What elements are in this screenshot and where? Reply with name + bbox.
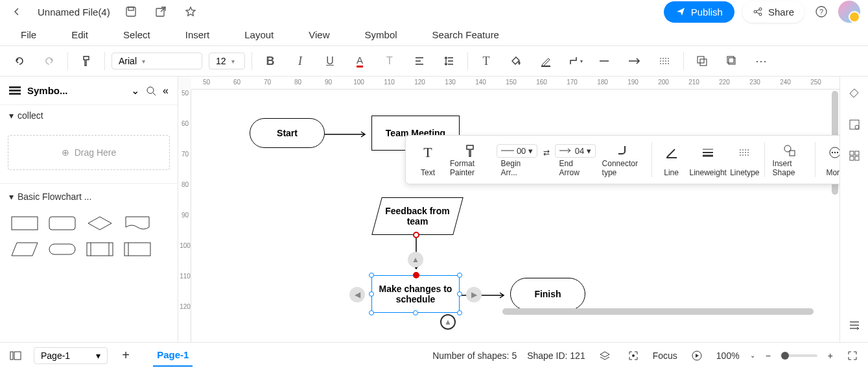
star-icon[interactable] [182, 3, 200, 21]
fullscreen-icon[interactable] [843, 347, 862, 365]
scrollbar-horizontal[interactable] [502, 308, 814, 315]
shape-para[interactable] [8, 238, 41, 260]
font-select[interactable]: Arial▾ [111, 53, 202, 69]
italic-button[interactable]: I [288, 49, 312, 73]
ctx-end-arrow[interactable]: 04▾End Arrow [554, 140, 597, 180]
nav-right[interactable]: ▶ [466, 287, 482, 302]
menu-edit[interactable]: Edit [71, 29, 88, 40]
add-page-button[interactable]: + [117, 347, 135, 365]
search-icon[interactable] [146, 86, 156, 96]
collapse-icon[interactable]: « [163, 85, 169, 97]
fill-button[interactable] [504, 49, 528, 73]
nav-down[interactable]: ▲ [440, 314, 456, 330]
menu-file[interactable]: File [21, 29, 36, 40]
menu-search[interactable]: Search Feature [432, 29, 499, 40]
page-list-icon[interactable] [6, 347, 25, 365]
line-weight-button[interactable] [653, 49, 677, 73]
export-icon[interactable] [152, 3, 170, 21]
undo-button[interactable] [8, 49, 31, 73]
drag-here[interactable]: ⊕ Drag Here [8, 135, 170, 170]
shape-rect[interactable] [8, 212, 41, 234]
handle[interactable] [457, 310, 462, 315]
properties-panel-icon[interactable] [845, 116, 863, 134]
handle[interactable] [369, 291, 374, 297]
shape-diamond[interactable] [83, 212, 117, 234]
publish-button[interactable]: Publish [664, 1, 734, 23]
line-style-button[interactable] [594, 49, 617, 73]
page-select[interactable]: Page-1▾ [34, 347, 108, 364]
format-painter-button[interactable] [75, 49, 98, 73]
canvas[interactable]: Start Team Meeting Feedback from team Ma… [191, 90, 839, 342]
ctx-insert-shape[interactable]: Insert Shape [768, 140, 813, 180]
redo-button[interactable] [38, 49, 61, 73]
ctx-linetype[interactable]: Linetype [728, 140, 762, 180]
focus-icon[interactable] [624, 347, 642, 365]
nav-up[interactable]: ▲ [408, 252, 423, 267]
connector-endpoint[interactable] [413, 232, 419, 238]
clear-format-button[interactable]: T [378, 49, 401, 73]
menu-symbol[interactable]: Symbol [365, 29, 397, 40]
font-color-button[interactable]: A [348, 49, 371, 73]
avatar[interactable] [838, 1, 860, 23]
underline-button[interactable]: U [318, 49, 342, 73]
chevron-down-icon[interactable]: ⌄ [131, 84, 139, 97]
menu-layout[interactable]: Layout [244, 29, 274, 40]
menu-select[interactable]: Select [123, 29, 150, 40]
collect-section[interactable]: ▾collect [9, 110, 169, 121]
shape-doc[interactable] [121, 212, 154, 234]
menu-insert[interactable]: Insert [185, 29, 210, 40]
handle[interactable] [369, 273, 374, 278]
arrow-style-button[interactable] [624, 49, 647, 73]
svg-rect-15 [9, 93, 21, 95]
save-icon[interactable] [122, 3, 140, 21]
line-spacing-button[interactable] [438, 49, 461, 73]
more-button[interactable]: ⋯ [750, 49, 773, 73]
shape-feedback[interactable]: Feedback from team [371, 197, 463, 235]
shape-finish[interactable]: Finish [510, 278, 585, 310]
group1-button[interactable] [690, 49, 714, 73]
shape-rounded[interactable] [45, 212, 79, 234]
group2-button[interactable] [720, 49, 744, 73]
basic-flowchart-section[interactable]: ▾Basic Flowchart ... [9, 191, 169, 202]
handle[interactable] [413, 310, 418, 315]
svg-point-30 [855, 125, 859, 129]
font-size-select[interactable]: 12▾ [209, 53, 245, 69]
back-icon[interactable] [8, 3, 26, 21]
fill-panel-icon[interactable] [845, 84, 863, 103]
page-tab[interactable]: Page-1 [153, 344, 193, 367]
connector-endpoint[interactable] [413, 272, 419, 278]
layers-icon[interactable] [596, 347, 614, 365]
ctx-begin-arrow[interactable]: 00▾Begin Arr... [496, 140, 539, 180]
ctx-text[interactable]: TText [411, 140, 445, 180]
handle[interactable] [369, 310, 374, 315]
share-button[interactable]: Share [742, 1, 804, 23]
shape-make-changes[interactable]: Make changes to schedule [371, 275, 460, 313]
nav-left[interactable]: ◀ [349, 287, 365, 302]
zoom-out-button[interactable]: − [766, 350, 771, 361]
line-color-button[interactable] [534, 49, 557, 73]
align-button[interactable] [408, 49, 431, 73]
zoom-slider[interactable] [781, 354, 817, 357]
menu-view[interactable]: View [309, 29, 329, 40]
shape-terminator[interactable] [45, 238, 79, 260]
ctx-more[interactable]: More [818, 140, 839, 180]
zoom-in-button[interactable]: + [828, 350, 833, 361]
grid-panel-icon[interactable] [845, 147, 863, 165]
shape-predefined[interactable] [83, 238, 117, 260]
ctx-swap[interactable]: ⇄ [539, 140, 554, 180]
shape-storage[interactable] [121, 238, 154, 260]
list-panel-icon[interactable] [845, 316, 863, 334]
textbox-button[interactable]: T [475, 49, 498, 73]
ctx-lineweight[interactable]: Lineweight [688, 140, 728, 180]
ctx-line[interactable]: Line [655, 140, 688, 180]
zoom-value[interactable]: 100% [716, 350, 740, 361]
ctx-format-painter[interactable]: Format Painter [445, 140, 496, 180]
connector-button[interactable]: ▾ [564, 49, 587, 73]
presentation-icon[interactable] [688, 347, 706, 365]
help-icon[interactable]: ? [812, 3, 830, 21]
handle[interactable] [457, 273, 462, 278]
ctx-connector-type[interactable]: Connector type [597, 140, 649, 180]
shape-start[interactable]: Start [250, 118, 325, 148]
bold-button[interactable]: B [259, 49, 282, 73]
handle[interactable] [457, 291, 462, 297]
